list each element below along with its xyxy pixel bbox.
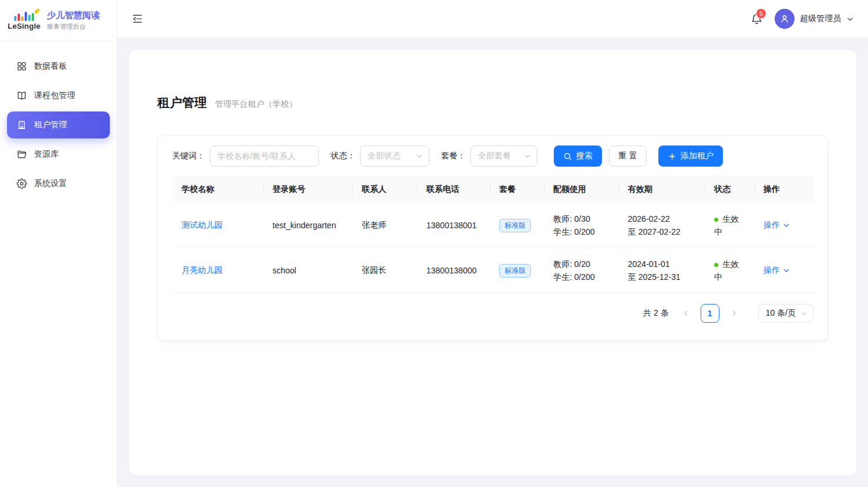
column-header-quota: 配额使用 [544,176,618,203]
logo-wordmark: LeSingle [8,22,41,31]
validity-cell: 2026-02-22 至 2027-02-22 [618,203,705,248]
status-cell: 生效中 [705,203,754,248]
sidebar: LeSingle 少儿智慧阅读 服务管理后台 数据看板 课程包管理 [0,0,117,487]
tenant-table: 学校名称 登录账号 联系人 联系电话 套餐 配额使用 有效期 状态 操作 [172,176,815,293]
column-header-package: 套餐 [490,176,544,203]
sidebar-item-dashboard[interactable]: 数据看板 [7,53,110,80]
page-size-value: 10 条/页 [766,308,796,319]
pagination-next-button[interactable] [725,305,743,322]
sidebar-nav: 数据看板 课程包管理 租户管理 资源库 [0,41,117,209]
add-tenant-button-label: 添加租户 [681,151,714,161]
status-badge: 生效中 [714,214,739,236]
sidebar-item-label: 课程包管理 [34,90,75,101]
sidebar-item-label: 数据看板 [34,61,67,72]
row-action-dropdown[interactable]: 操作 [763,265,790,276]
folder-icon [16,149,27,160]
row-action-label: 操作 [763,220,780,231]
chevron-down-icon [524,153,531,160]
notification-badge: 5 [756,9,766,18]
add-tenant-button[interactable]: 添加租户 [658,146,723,167]
contact-cell: 张老师 [352,203,417,248]
user-menu[interactable]: 超级管理员 [775,9,854,29]
gear-icon [16,178,27,189]
sidebar-item-label: 系统设置 [34,178,67,189]
quota-teacher: 教师: 0/30 [553,212,609,225]
valid-from: 2024-01-01 [628,258,695,270]
chevron-down-icon [783,222,790,229]
sidebar-item-label: 资源库 [34,149,59,160]
search-icon [563,152,572,161]
package-select-value: 全部套餐 [478,151,511,161]
tenant-panel: 关键词： 状态： 全部状态 套餐： 全部套餐 [157,136,828,341]
valid-to: 至 2027-02-22 [628,225,695,238]
row-action-label: 操作 [763,265,780,276]
table-row: 测试幼儿园 test_kindergarten 张老师 13800138001 … [172,203,815,248]
page-size-select[interactable]: 10 条/页 [758,304,813,323]
brand-logo: LeSingle 少儿智慧阅读 服务管理后台 [0,0,117,41]
keyword-input[interactable] [210,146,319,167]
quota-teacher: 教师: 0/20 [553,258,609,270]
menu-fold-icon[interactable] [132,13,143,25]
page-title: 租户管理 [157,94,207,111]
validity-cell: 2024-01-01 至 2025-12-31 [618,248,705,293]
search-button-label: 搜索 [576,151,593,161]
status-badge: 生效中 [714,259,739,282]
column-header-phone: 联系电话 [417,176,490,203]
pagination-page-1[interactable]: 1 [701,304,719,323]
status-select-value: 全部状态 [368,151,401,161]
plus-icon [668,152,677,161]
column-header-status: 状态 [705,176,754,203]
avatar-user-icon [779,13,790,24]
valid-to: 至 2025-12-31 [628,270,695,283]
chevron-left-icon [682,310,689,317]
table-row: 月亮幼儿园 school 张园长 13800138000 标准版 教师: 0/2… [172,248,815,293]
account-cell: school [263,248,352,293]
page-header: 租户管理 管理平台租户（学校） [157,94,828,111]
quota-cell: 教师: 0/30 学生: 0/200 [544,203,618,248]
package-tag: 标准版 [499,264,531,278]
user-name: 超级管理员 [800,13,841,24]
school-name-link[interactable]: 月亮幼儿园 [181,265,223,275]
status-label: 状态： [331,151,355,161]
logo-leaf-icon [34,8,40,15]
status-select[interactable]: 全部状态 [360,146,429,167]
main-area: 5 超级管理员 租户管理 管理平台租户（学校） [117,0,868,487]
notification-bell[interactable]: 5 [751,13,763,25]
package-select[interactable]: 全部套餐 [470,146,537,167]
book-icon [16,90,27,101]
keyword-label: 关键词： [172,151,205,161]
contact-cell: 张园长 [352,248,417,293]
sidebar-item-label: 租户管理 [34,120,67,130]
chevron-down-icon [783,267,790,274]
status-dot-icon [714,218,718,222]
quota-cell: 教师: 0/20 学生: 0/200 [544,248,618,293]
search-button[interactable]: 搜索 [554,146,602,167]
phone-cell: 13800138000 [417,248,490,293]
building-icon [16,120,27,130]
column-header-account: 登录账号 [263,176,352,203]
status-cell: 生效中 [705,248,754,293]
pagination-total: 共 2 条 [643,308,669,319]
dashboard-icon [16,61,27,72]
table-header: 学校名称 登录账号 联系人 联系电话 套餐 配额使用 有效期 状态 操作 [172,176,815,203]
filter-bar: 关键词： 状态： 全部状态 套餐： 全部套餐 [172,146,813,167]
status-dot-icon [714,263,718,267]
chevron-down-icon [416,153,423,160]
page-subtitle: 管理平台租户（学校） [215,99,297,110]
sidebar-item-course-packages[interactable]: 课程包管理 [7,82,110,109]
package-label: 套餐： [441,151,466,161]
page-card: 租户管理 管理平台租户（学校） 关键词： 状态： 全部状态 [129,50,856,475]
school-name-link[interactable]: 测试幼儿园 [181,220,223,229]
reset-button[interactable]: 重 置 [609,146,647,167]
sidebar-item-tenants[interactable]: 租户管理 [7,111,110,138]
sidebar-item-settings[interactable]: 系统设置 [7,170,110,197]
column-header-validity: 有效期 [618,176,705,203]
reset-button-label: 重 置 [618,151,637,161]
sidebar-item-resources[interactable]: 资源库 [7,141,110,168]
valid-from: 2026-02-22 [628,212,695,225]
lesingle-logo-icon: LeSingle [7,11,41,31]
quota-student: 学生: 0/200 [553,270,609,283]
pagination-prev-button[interactable] [677,305,695,322]
app-root: LeSingle 少儿智慧阅读 服务管理后台 数据看板 课程包管理 [0,0,868,487]
row-action-dropdown[interactable]: 操作 [763,220,790,231]
